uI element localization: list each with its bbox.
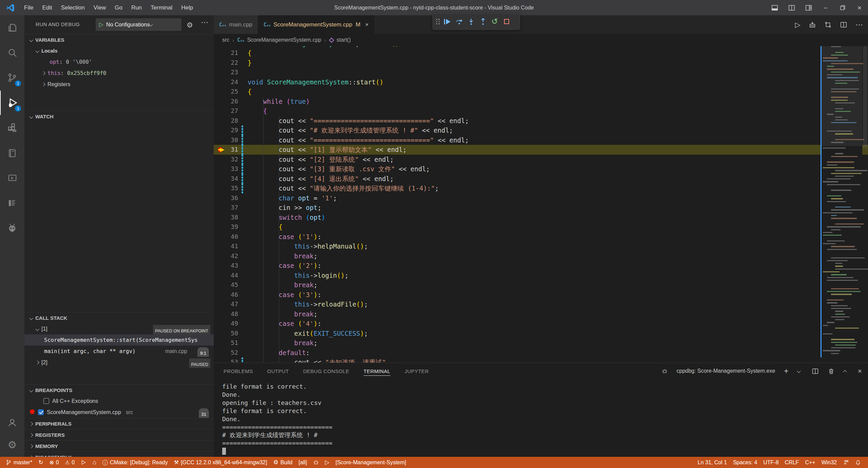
line-number[interactable]: 28 bbox=[214, 116, 238, 126]
more-icon[interactable]: ⋯ bbox=[855, 20, 863, 29]
line-number[interactable]: 53 bbox=[214, 357, 238, 363]
breakpoint-file[interactable]: ScoreManagementSystem.cppsrc31 bbox=[24, 407, 214, 418]
panel-tab-debug-console[interactable]: DEBUG CONSOLE bbox=[303, 368, 349, 374]
line-number[interactable]: 29 bbox=[214, 125, 238, 135]
restore-icon[interactable] bbox=[834, 0, 851, 15]
line-number[interactable]: 38 bbox=[214, 213, 238, 222]
status-play-icon[interactable]: ▷ bbox=[322, 457, 332, 468]
chevron-down-icon[interactable] bbox=[797, 368, 803, 374]
line-number[interactable]: 41 bbox=[214, 241, 238, 251]
section-call-stack[interactable]: CALL STACK bbox=[24, 312, 214, 323]
variable-this[interactable]: this: 0x255cbff9f0 bbox=[24, 67, 214, 79]
line-number[interactable]: 45 bbox=[214, 280, 238, 290]
callstack-frame-start[interactable]: ScoreManagementSystem::start(ScoreManage… bbox=[24, 334, 214, 346]
section-registers[interactable]: REGISTERS bbox=[24, 429, 214, 440]
line-number[interactable]: 51 bbox=[214, 338, 238, 348]
line-number[interactable]: 33 bbox=[214, 164, 238, 174]
breadcrumb-item[interactable]: C++ScoreManagementSystem.cpp bbox=[237, 37, 321, 43]
status-bell-icon[interactable] bbox=[852, 457, 864, 468]
activity-search-icon[interactable] bbox=[0, 40, 24, 65]
menu-help[interactable]: Help bbox=[177, 0, 197, 15]
start-debug-icon[interactable]: ▷ bbox=[96, 21, 106, 28]
status-ln-31-col-1[interactable]: Ln 31, Col 1 bbox=[695, 457, 730, 468]
variables-locals[interactable]: Locals bbox=[24, 45, 214, 56]
line-number[interactable]: 23 bbox=[214, 67, 238, 77]
minimap[interactable] bbox=[822, 46, 862, 363]
status-spaces-4[interactable]: Spaces: 4 bbox=[730, 457, 760, 468]
panel-tab-problems[interactable]: PROBLEMS bbox=[224, 368, 253, 374]
status-win32[interactable]: Win32 bbox=[818, 457, 840, 468]
close-icon[interactable]: × bbox=[851, 0, 868, 15]
status-cmake-debug-ready[interactable]: iCMake: [Debug]: Ready bbox=[99, 457, 171, 468]
status-feedback-icon[interactable] bbox=[840, 457, 852, 468]
section-peripherals[interactable]: PERIPHERALS bbox=[24, 418, 214, 429]
menu-go[interactable]: Go bbox=[110, 0, 127, 15]
menu-selection[interactable]: Selection bbox=[57, 0, 89, 15]
breadcrumb-item[interactable]: start() bbox=[329, 37, 351, 43]
line-number[interactable]: 49 bbox=[214, 319, 238, 329]
trash-icon[interactable] bbox=[828, 368, 835, 375]
breakpoint-current-icon[interactable] bbox=[218, 147, 228, 153]
activity-run-debug-icon[interactable]: 1 bbox=[0, 91, 24, 115]
breakpoint-all-exceptions[interactable]: All C++ Exceptions bbox=[24, 395, 214, 407]
panel-tab-terminal[interactable]: TERMINAL bbox=[364, 368, 390, 376]
activity-source-control-icon[interactable]: 1 bbox=[0, 65, 24, 90]
line-number[interactable]: 43 bbox=[214, 261, 238, 271]
line-number[interactable]: 50 bbox=[214, 329, 238, 338]
activity-notebook-icon[interactable] bbox=[0, 141, 24, 165]
status-all[interactable]: [all] bbox=[295, 457, 310, 468]
panel-layout-icon[interactable] bbox=[766, 0, 783, 15]
status-0[interactable]: ⊗0 bbox=[46, 457, 62, 468]
customize-layout-icon[interactable] bbox=[800, 0, 817, 15]
debug-config-dropdown[interactable]: ▷ No Configurations bbox=[96, 18, 181, 31]
line-number[interactable]: 48 bbox=[214, 309, 238, 319]
line-number[interactable]: 46 bbox=[214, 290, 238, 300]
line-number[interactable]: 34 bbox=[214, 174, 238, 184]
activity-layout-list-icon[interactable] bbox=[0, 191, 24, 215]
panel-tab-jupyter[interactable]: JUPYTER bbox=[405, 368, 429, 374]
close-icon[interactable]: × bbox=[365, 21, 369, 28]
line-number[interactable]: 37 bbox=[214, 203, 238, 213]
line-number[interactable]: 30 bbox=[214, 135, 238, 145]
status-crlf[interactable]: CRLF bbox=[782, 457, 802, 468]
chevron-up-icon[interactable] bbox=[844, 368, 849, 374]
line-number[interactable]: 24 bbox=[214, 77, 238, 87]
line-number[interactable]: 26 bbox=[214, 97, 238, 106]
minimize-icon[interactable]: – bbox=[817, 0, 834, 15]
menu-run[interactable]: Run bbox=[127, 0, 146, 15]
section-disassembly[interactable]: DISASSEMBLY bbox=[24, 451, 214, 457]
split-editor-icon[interactable] bbox=[840, 21, 847, 28]
section-memory[interactable]: MEMORY bbox=[24, 440, 214, 451]
run-below-icon[interactable] bbox=[809, 21, 816, 28]
drag-handle[interactable] bbox=[434, 19, 441, 24]
step-over-button[interactable] bbox=[453, 15, 465, 28]
line-number[interactable]: 25 bbox=[214, 87, 238, 97]
split-layout-icon[interactable] bbox=[783, 0, 800, 15]
editor-scrollbar[interactable] bbox=[862, 46, 868, 363]
status-home-icon[interactable]: ⌂ bbox=[90, 457, 99, 468]
menu-edit[interactable]: Edit bbox=[38, 0, 56, 15]
section-breakpoints[interactable]: BREAKPOINTS bbox=[24, 384, 214, 395]
activity-robot-icon[interactable] bbox=[0, 216, 24, 240]
tab-main.cpp[interactable]: C++main.cpp bbox=[214, 15, 258, 34]
menu-file[interactable]: File bbox=[20, 0, 38, 15]
line-number[interactable]: 47 bbox=[214, 299, 238, 309]
split-panel-icon[interactable] bbox=[812, 368, 819, 375]
callstack-thread-1[interactable]: [1]PAUSED ON BREAKPOINT bbox=[24, 323, 214, 334]
line-number[interactable]: 52 bbox=[214, 348, 238, 358]
more-actions-icon[interactable]: ⋯ bbox=[201, 18, 209, 27]
line-number[interactable]: 44 bbox=[214, 271, 238, 280]
stop-button[interactable] bbox=[501, 15, 513, 28]
line-number[interactable]: 32 bbox=[214, 155, 238, 164]
status-bug-icon[interactable] bbox=[310, 457, 322, 468]
step-into-button[interactable] bbox=[465, 15, 477, 28]
status-gcc-12-2-0-x86-64-w64-mingw32[interactable]: ⚒[GCC 12.2.0 x86_64-w64-mingw32] bbox=[171, 457, 270, 468]
variables-registers[interactable]: Registers bbox=[24, 79, 214, 90]
tab-ScoreManagementSystem.cpp[interactable]: C++ScoreManagementSystem.cppM× bbox=[258, 15, 374, 34]
line-number[interactable]: 35 bbox=[214, 183, 238, 193]
section-watch[interactable]: WATCH bbox=[24, 111, 214, 122]
status-debug-launch-icon[interactable] bbox=[78, 457, 90, 468]
activity-settings-gear-icon[interactable]: ⚙ bbox=[0, 433, 24, 457]
line-number[interactable]: 42 bbox=[214, 251, 238, 261]
variable-opt[interactable]: opt: 0 '\000' bbox=[24, 56, 214, 67]
